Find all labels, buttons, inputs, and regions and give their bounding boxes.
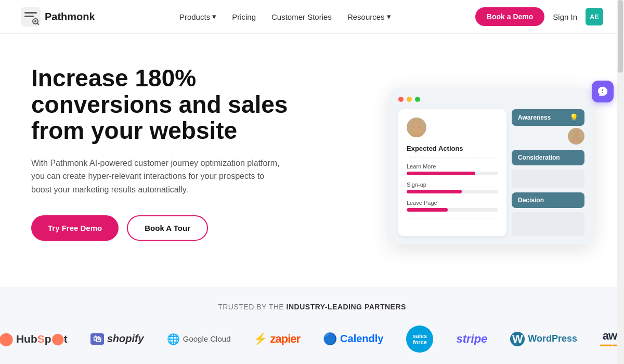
action-learn-more: Learn More — [407, 163, 498, 175]
svg-rect-2 — [24, 16, 34, 17]
hero-visual: Expected Actions Learn More Sign-up — [390, 88, 593, 244]
nav-products[interactable]: Products ▾ — [179, 12, 216, 21]
book-tour-button[interactable]: Book A Tour — [127, 215, 208, 241]
chat-icon — [597, 86, 608, 97]
chevron-down-icon-resources: ▾ — [387, 12, 391, 21]
svg-point-4 — [34, 20, 36, 22]
funnel-user-avatar — [568, 128, 584, 145]
partners-row: ⬤ HubSp⬤t 🛍 shopify 🌐 Google Cloud ⚡ zap… — [21, 326, 603, 353]
chevron-down-icon: ▾ — [212, 12, 216, 21]
stage-awareness: Awareness 💡 — [512, 109, 584, 126]
shopify-icon: 🛍 — [90, 333, 104, 345]
funnel-user-row — [512, 128, 584, 145]
progress-bar — [407, 190, 498, 193]
stripe-logo: stripe — [456, 332, 487, 346]
scrollbar[interactable] — [617, 0, 624, 364]
funnel-panel: Awareness 💡 Consideration — [512, 109, 584, 236]
try-free-demo-button[interactable]: Try Free Demo — [31, 215, 119, 241]
action-leave: Leave Page — [407, 200, 498, 212]
nav-links: Products ▾ Pricing Customer Stories Reso… — [179, 12, 391, 21]
logo-text: Pathmonk — [45, 11, 95, 23]
nav-resources[interactable]: Resources ▾ — [347, 12, 391, 21]
progress-bar — [407, 172, 498, 175]
calendly-icon: 🔵 — [323, 332, 337, 346]
svg-rect-1 — [24, 12, 37, 14]
trusted-label: TRUSTED BY THE INDUSTRY-LEADING PARTNERS — [21, 303, 603, 311]
expected-actions-panel: Expected Actions Learn More Sign-up — [398, 109, 506, 236]
hubspot-icon: ⬤ — [0, 332, 13, 346]
hubspot-logo: ⬤ HubSp⬤t — [0, 332, 68, 346]
progress-fill — [407, 190, 462, 193]
browser-content: Expected Actions Learn More Sign-up — [398, 109, 584, 236]
browser-mockup: Expected Actions Learn More Sign-up — [390, 88, 593, 244]
hero-buttons: Try Free Demo Book A Tour — [31, 215, 312, 241]
wordpress-logo: W WordPress — [510, 332, 577, 346]
logo[interactable]: Pathmonk — [21, 7, 95, 27]
shopify-logo: 🛍 shopify — [90, 333, 144, 345]
zapier-logo: ⚡ zapier — [253, 332, 300, 346]
progress-bar — [407, 208, 498, 212]
progress-fill — [407, 172, 475, 175]
svg-point-9 — [573, 131, 579, 137]
action-label: Sign-up — [407, 181, 498, 188]
stage-consideration: Consideration — [512, 150, 584, 165]
book-demo-button[interactable]: Book a Demo — [475, 7, 544, 26]
logo-icon — [21, 7, 41, 27]
signin-button[interactable]: Sign In — [553, 12, 577, 21]
dots-decoration — [0, 266, 21, 284]
hero-text: Increase 180% conversions and sales from… — [31, 65, 312, 268]
user-avatar-visual — [407, 118, 426, 137]
side-chat-widget[interactable] — [592, 81, 614, 102]
navbar: Pathmonk Products ▾ Pricing Customer Sto… — [0, 0, 624, 34]
divider — [407, 158, 498, 158]
stage-gap — [512, 170, 584, 188]
hero-title: Increase 180% conversions and sales from… — [31, 65, 312, 144]
salesforce-logo: salesforce — [406, 326, 433, 353]
wordpress-icon: W — [510, 332, 525, 346]
google-cloud-icon: 🌐 — [167, 333, 180, 345]
svg-point-8 — [413, 121, 420, 127]
action-signup: Sign-up — [407, 181, 498, 193]
scrollbar-thumb[interactable] — [618, 0, 623, 73]
user-avatar-button[interactable]: AE — [586, 8, 603, 25]
panel-title: Expected Actions — [407, 145, 498, 152]
nav-pricing[interactable]: Pricing — [232, 12, 256, 21]
browser-dot-yellow — [407, 97, 412, 102]
hero-section: Increase 180% conversions and sales from… — [0, 34, 624, 268]
browser-bar — [398, 97, 584, 102]
calendly-logo: 🔵 Calendly — [323, 332, 383, 346]
browser-dot-red — [398, 97, 404, 102]
hero-description: With Pathmonk AI-powered customer journe… — [31, 157, 286, 197]
nav-customer-stories[interactable]: Customer Stories — [271, 12, 332, 21]
stage-decision: Decision — [512, 192, 584, 208]
trusted-section: TRUSTED BY THE INDUSTRY-LEADING PARTNERS… — [0, 287, 624, 364]
divider — [407, 218, 498, 218]
action-label: Leave Page — [407, 200, 498, 206]
progress-fill — [407, 208, 448, 212]
google-cloud-logo: 🌐 Google Cloud — [167, 333, 231, 345]
zapier-icon: ⚡ — [253, 332, 267, 346]
panel-header — [407, 118, 498, 137]
action-label: Learn More — [407, 163, 498, 170]
lightbulb-icon: 💡 — [569, 113, 578, 122]
stage-gap2 — [512, 212, 584, 236]
nav-actions: Book a Demo Sign In AE — [475, 7, 603, 26]
browser-dot-green — [415, 97, 420, 102]
